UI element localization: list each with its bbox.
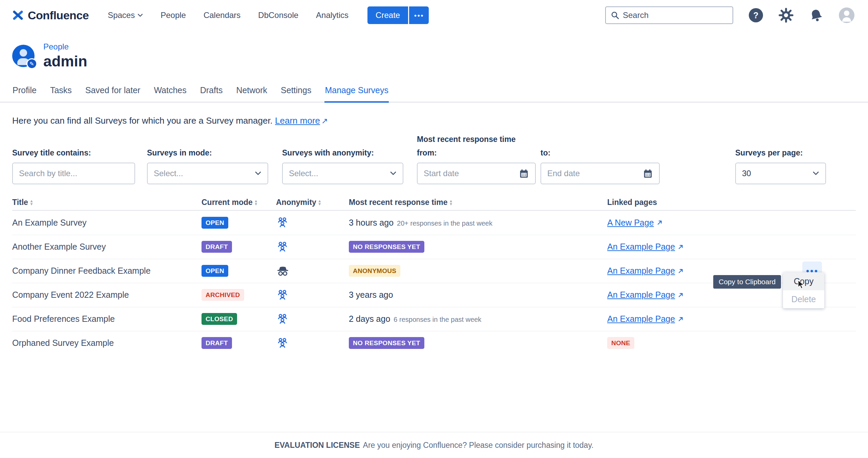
tab-profile[interactable]: Profile bbox=[12, 85, 37, 102]
confluence-logo[interactable]: Confluence bbox=[12, 9, 89, 22]
survey-title: Orphaned Survey Example bbox=[12, 338, 202, 348]
from-filter-label: from: bbox=[417, 148, 536, 158]
chevron-down-icon bbox=[812, 171, 819, 175]
profile-avatar: ✎ bbox=[12, 45, 35, 67]
license-label: EVALUATION LICENSE bbox=[274, 441, 360, 450]
survey-title: Company Event 2022 Example bbox=[12, 290, 202, 300]
row-actions-menu: Copy Delete bbox=[783, 272, 824, 308]
external-link-icon bbox=[678, 316, 684, 322]
response-badge: NO RESPONSES YET bbox=[349, 337, 424, 349]
per-page-filter-label: Surveys per page: bbox=[735, 148, 826, 158]
linked-page-link[interactable]: An Example Page bbox=[607, 290, 675, 300]
create-more-button[interactable]: ●●● bbox=[409, 6, 429, 24]
from-date-input[interactable] bbox=[424, 169, 519, 178]
tab-watches[interactable]: Watches bbox=[153, 85, 187, 102]
help-button[interactable]: ? bbox=[749, 8, 763, 22]
mode-badge: CLOSED bbox=[202, 313, 237, 325]
tab-tasks[interactable]: Tasks bbox=[50, 85, 72, 102]
column-header-response[interactable]: Most recent response time ▴▾ bbox=[349, 198, 607, 207]
sort-icon: ▴▾ bbox=[450, 200, 452, 205]
external-link-icon bbox=[678, 292, 684, 298]
response-note: 20+ responses in the past week bbox=[397, 220, 492, 227]
linked-page-link[interactable]: A New Page bbox=[607, 218, 654, 228]
response-time: 2 days ago bbox=[349, 314, 390, 324]
chevron-down-icon bbox=[137, 14, 143, 17]
brand-name: Confluence bbox=[28, 9, 89, 22]
calendar-icon[interactable] bbox=[643, 168, 653, 179]
mode-badge: OPEN bbox=[202, 265, 228, 277]
column-header-mode[interactable]: Current mode ▴▾ bbox=[202, 198, 276, 207]
copy-to-clipboard-tooltip: Copy to Clipboard bbox=[713, 275, 781, 289]
response-badge: ANONYMOUS bbox=[349, 265, 400, 277]
table-row: An Example Survey OPEN 3 hours ago20+ re… bbox=[12, 211, 856, 235]
nav-item-calendars[interactable]: Calendars bbox=[204, 11, 240, 20]
survey-title: Company Dinner Feedback Example bbox=[12, 266, 202, 276]
global-search[interactable] bbox=[605, 6, 733, 24]
linked-page-link[interactable]: An Example Page bbox=[607, 242, 675, 252]
profile-tabs: Profile Tasks Saved for later Watches Dr… bbox=[0, 85, 868, 103]
to-filter-label: to: bbox=[541, 148, 660, 158]
table-row: Orphaned Survey Example DRAFT NO RESPONS… bbox=[12, 331, 856, 355]
license-footer: EVALUATION LICENSE Are you enjoying Conf… bbox=[0, 432, 868, 458]
tab-saved-for-later[interactable]: Saved for later bbox=[85, 85, 141, 102]
mouse-cursor bbox=[797, 280, 805, 289]
sort-icon: ▴▾ bbox=[30, 200, 33, 205]
tab-network[interactable]: Network bbox=[236, 85, 268, 102]
create-button[interactable]: Create bbox=[367, 6, 408, 24]
table-header-row: Title ▴▾ Current mode ▴▾ Anonymity ▴▾ Mo… bbox=[12, 195, 856, 211]
table-row: Food Preferences Example CLOSED 2 days a… bbox=[12, 307, 856, 331]
tab-manage-surveys[interactable]: Manage Surveys bbox=[324, 85, 389, 103]
per-page-select[interactable]: 30 bbox=[735, 163, 826, 184]
anonymity-filter-label: Surveys with anonymity: bbox=[282, 148, 403, 158]
sort-icon: ▴▾ bbox=[255, 200, 257, 205]
response-time: 3 years ago bbox=[349, 290, 393, 299]
user-avatar[interactable] bbox=[839, 7, 854, 23]
nav-item-dbconsole[interactable]: DbConsole bbox=[258, 11, 298, 20]
ellipsis-icon: ●●● bbox=[414, 13, 424, 18]
to-date-input[interactable] bbox=[547, 169, 643, 178]
mode-badge: DRAFT bbox=[202, 241, 232, 253]
mode-filter-label: Surveys in mode: bbox=[147, 148, 268, 158]
title-filter-input[interactable] bbox=[19, 169, 128, 178]
column-header-title[interactable]: Title ▴▾ bbox=[12, 198, 202, 207]
people-group-icon bbox=[276, 241, 349, 253]
survey-title: An Example Survey bbox=[12, 218, 202, 228]
search-input[interactable] bbox=[623, 11, 728, 20]
linked-page-link[interactable]: An Example Page bbox=[607, 266, 675, 276]
anonymity-filter-select[interactable]: Select... bbox=[282, 163, 403, 184]
people-group-icon bbox=[276, 337, 349, 350]
chevron-down-icon bbox=[390, 171, 397, 175]
notifications-bell-icon[interactable] bbox=[809, 8, 823, 22]
linked-page-link[interactable]: An Example Page bbox=[607, 314, 675, 324]
column-header-anonymity[interactable]: Anonymity ▴▾ bbox=[276, 198, 349, 207]
page-title: admin bbox=[43, 53, 87, 70]
response-time: 3 hours ago bbox=[349, 218, 394, 227]
external-link-icon bbox=[678, 268, 684, 274]
recent-response-group-label: Most recent response time bbox=[417, 135, 515, 144]
incognito-icon bbox=[276, 264, 349, 278]
license-text: Are you enjoying Confluence? Please cons… bbox=[363, 441, 594, 450]
column-header-linked: Linked pages bbox=[607, 198, 856, 207]
confluence-mark-icon bbox=[12, 9, 24, 21]
people-group-icon bbox=[276, 216, 349, 229]
external-link-icon: ↗ bbox=[321, 117, 328, 126]
linked-none-badge: NONE bbox=[607, 337, 634, 349]
people-group-icon bbox=[276, 313, 349, 326]
calendar-icon[interactable] bbox=[519, 168, 529, 179]
survey-filters: Most recent response time Survey title c… bbox=[0, 135, 868, 186]
people-group-icon bbox=[276, 289, 349, 301]
menu-item-delete: Delete bbox=[783, 290, 824, 308]
settings-gear-icon[interactable] bbox=[779, 8, 793, 23]
tab-settings[interactable]: Settings bbox=[280, 85, 312, 102]
response-badge: NO RESPONSES YET bbox=[349, 241, 424, 253]
nav-item-analytics[interactable]: Analytics bbox=[316, 11, 348, 20]
mode-badge: ARCHIVED bbox=[202, 289, 244, 301]
profile-header: ✎ People admin bbox=[0, 42, 868, 70]
mode-filter-select[interactable]: Select... bbox=[147, 163, 268, 184]
breadcrumb-people-link[interactable]: People bbox=[43, 42, 87, 51]
learn-more-link[interactable]: Learn more bbox=[275, 116, 320, 126]
tab-drafts[interactable]: Drafts bbox=[200, 85, 223, 102]
nav-item-people[interactable]: People bbox=[161, 11, 186, 20]
nav-item-spaces[interactable]: Spaces bbox=[108, 11, 143, 20]
edit-avatar-icon[interactable]: ✎ bbox=[26, 58, 37, 69]
